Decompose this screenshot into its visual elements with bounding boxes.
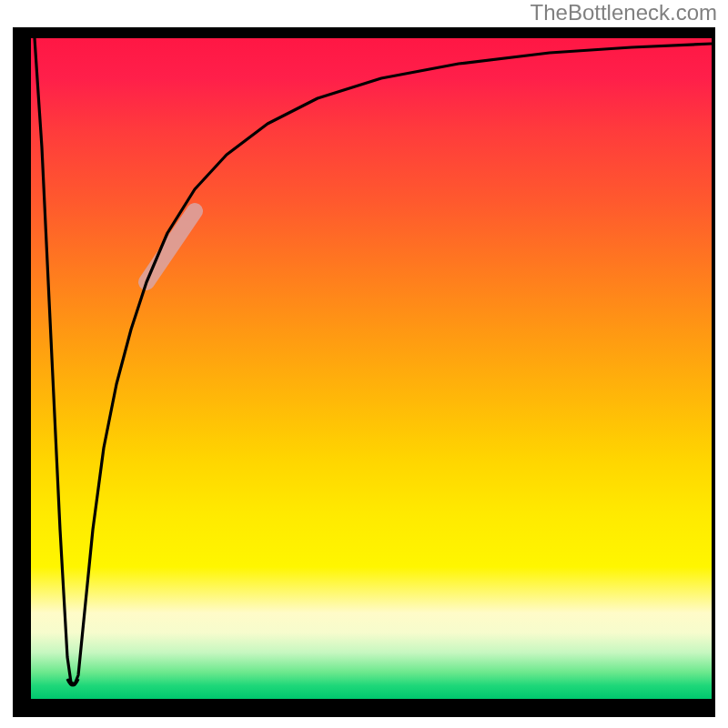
- watermark-label: TheBottleneck.com: [531, 0, 717, 25]
- chart-frame: [13, 27, 715, 717]
- curve-highlight-segment: [147, 211, 195, 282]
- bottleneck-curve: [35, 38, 712, 684]
- chart-root: TheBottleneck.com: [0, 0, 728, 728]
- plot-background-gradient: [31, 38, 712, 699]
- curve-layer: [31, 38, 712, 699]
